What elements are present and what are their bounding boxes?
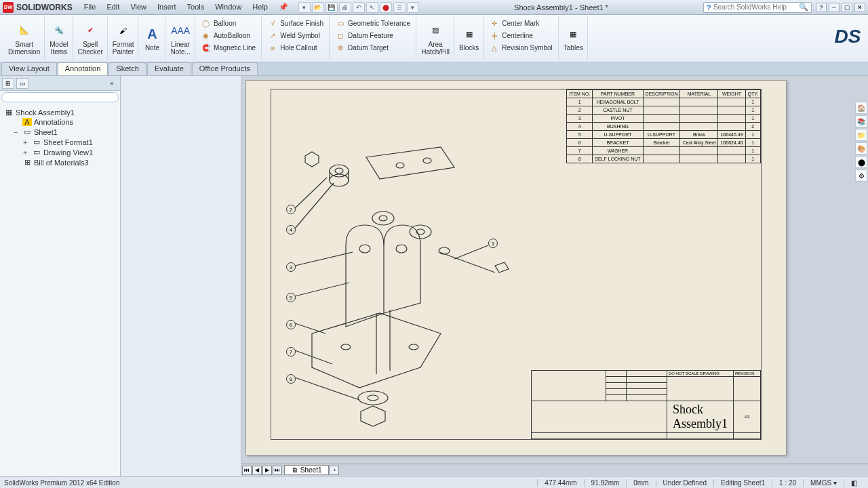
menu-insert[interactable]: Insert xyxy=(153,1,181,13)
balloon-3[interactable]: 3 xyxy=(286,262,296,272)
model-items-button[interactable]: 🔩ModelItems xyxy=(45,16,73,60)
save-icon[interactable]: 💾 xyxy=(326,2,338,13)
blocks-button[interactable]: ▦Blocks xyxy=(455,16,484,60)
tab-annotation[interactable]: Annotation xyxy=(58,62,108,75)
bom-row[interactable]: 2CASTLE NUT1 xyxy=(567,106,761,115)
tree-root[interactable]: ▦Shock Assembly1 xyxy=(4,107,116,117)
sheet-prev-icon[interactable]: ◀ xyxy=(252,466,262,475)
search-icon[interactable]: 🔍 xyxy=(799,3,808,12)
tab-sketch[interactable]: Sketch xyxy=(108,62,146,75)
sheet-last-icon[interactable]: ⏭ xyxy=(273,466,282,475)
tab-evaluate[interactable]: Evaluate xyxy=(147,62,191,75)
undo-icon[interactable]: ↶ xyxy=(353,2,365,13)
tree-bom[interactable]: ⊞Bill of Materials3 xyxy=(4,157,116,167)
sheet-tab-1[interactable]: 🗎 Sheet1 xyxy=(284,465,329,475)
note-button[interactable]: ANote xyxy=(139,16,165,60)
center-mark-button[interactable]: ✛Center Mark xyxy=(488,18,553,28)
tree-annotations[interactable]: AAnnotations xyxy=(4,117,116,127)
revision-symbol-button[interactable]: △Revision Symbol xyxy=(488,42,553,53)
menu-window[interactable]: Window xyxy=(210,1,246,13)
balloon-4[interactable]: 4 xyxy=(286,225,296,235)
sheet-next-icon[interactable]: ▶ xyxy=(262,466,272,475)
surface-finish-button[interactable]: √Surface Finish xyxy=(267,18,325,28)
centerline-button[interactable]: ╪Centerline xyxy=(488,30,553,41)
help-dropdown-icon[interactable]: ? xyxy=(816,3,827,12)
bom-row[interactable]: 8SELF LOCKING NUT1 xyxy=(567,155,761,163)
options2-icon[interactable]: ▾ xyxy=(407,2,419,13)
bom-row[interactable]: 6BRACKETBracketCast Alloy Steel100024.40… xyxy=(567,139,761,147)
sheet-first-icon[interactable]: ⏮ xyxy=(242,466,252,475)
area-hatch-button[interactable]: ▨AreaHatch/Fill xyxy=(417,16,454,60)
tp-resources-icon[interactable]: 🏠 xyxy=(855,102,867,114)
new-icon[interactable]: ▾ xyxy=(298,2,311,13)
tree-sheet1[interactable]: −▭Sheet1 xyxy=(4,127,116,137)
tp-palette-icon[interactable]: 🎨 xyxy=(855,142,867,155)
bom-table[interactable]: ITEM NO. PART NUMBER DESCRIPTION MATERIA… xyxy=(566,89,761,163)
tables-button[interactable]: ▦Tables xyxy=(559,16,588,60)
menu-help[interactable]: Help xyxy=(248,1,273,13)
balloon-6[interactable]: 6 xyxy=(286,320,296,329)
title-block[interactable]: DO NOT SCALE DRAWINGREVISION Shock Assem… xyxy=(531,370,761,439)
balloon-button[interactable]: ◯Balloon xyxy=(200,18,257,28)
tree-drawing-view[interactable]: +▭Drawing View1 xyxy=(4,147,116,157)
brand-label: SOLIDWORKS xyxy=(16,3,73,12)
menu-pin-icon[interactable]: 📌 xyxy=(274,1,293,13)
balloon-2[interactable]: 2 xyxy=(286,205,296,214)
status-scale[interactable]: 1 : 20 xyxy=(772,479,803,487)
fm-tab-prop-icon[interactable]: ▭ xyxy=(16,78,28,89)
spell-checker-button[interactable]: ✔SpellChecker xyxy=(74,16,108,60)
minimize-icon[interactable]: – xyxy=(829,3,840,12)
help-search-input[interactable] xyxy=(713,3,799,11)
tree-sheet-format[interactable]: +▭Sheet Format1 xyxy=(4,137,116,147)
bom-row[interactable]: 3PIVOT1 xyxy=(567,115,761,123)
title-block-name: Shock Assembly1 xyxy=(667,401,734,433)
magnetic-line-button[interactable]: 🧲Magnetic Line xyxy=(200,42,257,53)
drawing-sheet[interactable]: ITEM NO. PART NUMBER DESCRIPTION MATERIA… xyxy=(245,80,787,455)
svg-point-0 xyxy=(396,163,404,168)
datum-feature-button[interactable]: ◻Datum Feature xyxy=(334,30,412,41)
balloon-1[interactable]: 1 xyxy=(488,239,498,248)
menu-edit[interactable]: Edit xyxy=(102,1,124,13)
datum-target-button[interactable]: ⊕Datum Target xyxy=(334,42,412,53)
tab-office-products[interactable]: Office Products xyxy=(192,62,258,75)
options-icon[interactable]: ☰ xyxy=(393,2,406,13)
svg-point-3 xyxy=(335,168,343,174)
tp-appearances-icon[interactable]: ⬤ xyxy=(855,156,867,168)
tp-explorer-icon[interactable]: 📁 xyxy=(855,129,867,141)
add-sheet-icon[interactable]: + xyxy=(330,466,339,475)
balloon-5[interactable]: 5 xyxy=(286,293,296,302)
weld-symbol-button[interactable]: ↗Weld Symbol xyxy=(267,30,325,41)
geometric-tolerance-button[interactable]: ▭Geometric Tolerance xyxy=(334,18,412,28)
tp-custom-icon[interactable]: ⚙ xyxy=(855,169,867,182)
bom-row[interactable]: 1HEXAGONAL BOLT1 xyxy=(567,98,761,106)
menu-file[interactable]: File xyxy=(79,1,101,13)
bom-row[interactable]: 4BUSHING2 xyxy=(567,123,761,131)
hole-callout-button[interactable]: ⌀Hole Callout xyxy=(267,42,325,53)
menu-view[interactable]: View xyxy=(125,1,151,13)
fm-collapse-icon[interactable]: » xyxy=(106,78,118,89)
select-icon[interactable]: ↖ xyxy=(366,2,378,13)
maximize-icon[interactable]: ▢ xyxy=(842,3,852,12)
close-icon[interactable]: ✕ xyxy=(854,3,865,12)
menu-tools[interactable]: Tools xyxy=(182,1,210,13)
linear-note-button[interactable]: AAALinearNote... xyxy=(166,16,195,60)
tp-library-icon[interactable]: 📚 xyxy=(855,115,867,127)
smart-dimension-button[interactable]: 📐SmartDimension xyxy=(4,16,45,60)
graphics-area[interactable]: ITEM NO. PART NUMBER DESCRIPTION MATERIA… xyxy=(241,76,868,476)
fm-tab-tree-icon[interactable]: ⊞ xyxy=(2,78,14,89)
autoballoon-button[interactable]: ◉AutoBalloon xyxy=(200,30,257,41)
tree-filter-input[interactable] xyxy=(1,92,119,102)
status-units[interactable]: MMGS ▾ xyxy=(803,479,844,487)
format-painter-button[interactable]: 🖌FormatPainter xyxy=(108,16,139,60)
help-search[interactable]: ? 🔍 xyxy=(703,2,812,13)
rebuild-icon[interactable]: ⬤ xyxy=(380,2,392,13)
open-icon[interactable]: 📂 xyxy=(312,2,324,13)
tab-view-layout[interactable]: View Layout xyxy=(1,62,57,75)
main-area: ⊞ ▭ » ▦Shock Assembly1 AAnnotations −▭Sh… xyxy=(0,76,868,476)
print-icon[interactable]: 🖨 xyxy=(339,2,351,13)
bom-row[interactable]: 7WASHER1 xyxy=(567,147,761,155)
status-extra-icon[interactable]: ◧ xyxy=(844,479,864,487)
balloon-7[interactable]: 7 xyxy=(286,347,296,357)
balloon-8[interactable]: 8 xyxy=(286,374,296,384)
bom-row[interactable]: 5U-SUPPORTU-SUPPORTBrass100445.491 xyxy=(567,131,761,139)
